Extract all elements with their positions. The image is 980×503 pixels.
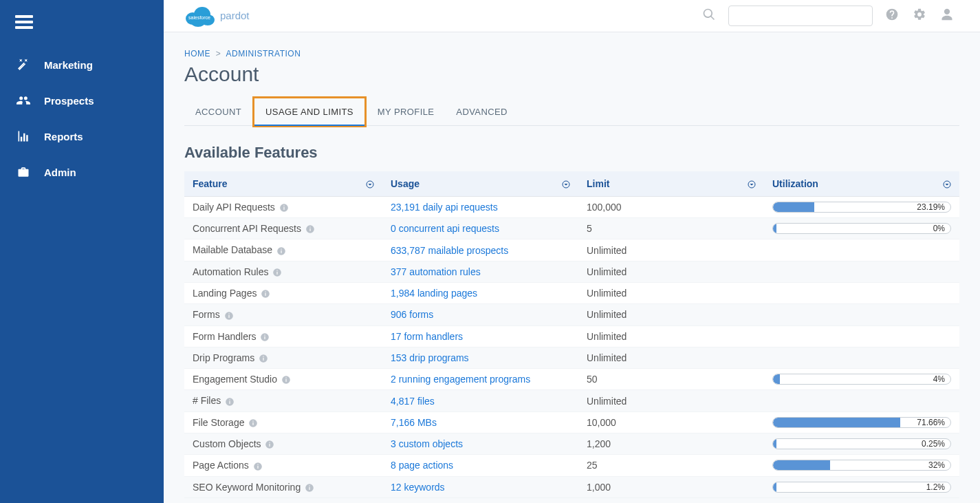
- info-icon[interactable]: [261, 289, 270, 299]
- svg-rect-44: [270, 442, 270, 443]
- usage-link[interactable]: 3 custom objects: [391, 438, 463, 449]
- hamburger-menu-icon[interactable]: [0, 15, 164, 47]
- tab-usage-and-limits[interactable]: USAGE AND LIMITS: [252, 96, 367, 127]
- usage-link[interactable]: 12 keywords: [391, 482, 445, 493]
- limit-cell: 50: [578, 369, 764, 390]
- svg-rect-46: [257, 465, 258, 468]
- sidebar-item-marketing[interactable]: Marketing: [0, 47, 164, 83]
- svg-rect-31: [263, 358, 264, 361]
- usage-link[interactable]: 23,191 daily api requests: [391, 202, 498, 213]
- utilization-label: 4%: [933, 374, 945, 384]
- info-icon[interactable]: [276, 246, 286, 256]
- svg-rect-22: [265, 293, 266, 296]
- gear-icon[interactable]: [913, 8, 926, 23]
- sort-icon[interactable]: [748, 178, 756, 189]
- svg-rect-10: [283, 207, 284, 210]
- breadcrumb-current[interactable]: ADMINISTRATION: [226, 49, 301, 58]
- svg-rect-25: [228, 314, 229, 317]
- feature-name: Drip Programs: [193, 352, 254, 363]
- feature-cell: Daily API Requests: [184, 196, 382, 217]
- usage-link[interactable]: 4,817 files: [391, 396, 435, 407]
- usage-link[interactable]: 17 form handlers: [391, 331, 463, 342]
- svg-rect-37: [230, 401, 230, 404]
- col-header-feature[interactable]: Feature: [184, 171, 382, 197]
- info-icon[interactable]: [225, 397, 235, 407]
- utilization-bar: 23.19%: [772, 202, 951, 213]
- info-icon[interactable]: [224, 311, 234, 321]
- help-icon[interactable]: [885, 8, 899, 23]
- tab-my-profile[interactable]: MY PROFILE: [367, 98, 446, 125]
- logo[interactable]: salesforce pardot: [183, 5, 250, 27]
- feature-cell: Automation Rules: [184, 261, 382, 282]
- usage-link[interactable]: 7,166 MBs: [391, 417, 437, 428]
- info-icon[interactable]: [260, 332, 270, 342]
- limit-cell: 5: [578, 218, 764, 239]
- usage-link[interactable]: 2 running engagement programs: [391, 374, 530, 385]
- sidebar-item-label: Admin: [44, 167, 76, 178]
- tab-account[interactable]: ACCOUNT: [184, 98, 252, 125]
- sort-icon[interactable]: [562, 178, 570, 189]
- breadcrumb-separator: >: [216, 49, 221, 58]
- feature-cell: SEO Keyword Monitoring: [184, 476, 382, 497]
- info-icon[interactable]: [272, 268, 282, 277]
- usage-link[interactable]: 906 forms: [391, 309, 433, 320]
- info-icon[interactable]: [281, 375, 291, 385]
- info-icon[interactable]: [279, 203, 289, 213]
- usage-cell: 377 automation rules: [382, 261, 578, 282]
- breadcrumb-home[interactable]: HOME: [184, 49, 210, 58]
- usage-link[interactable]: 153 drip programs: [391, 352, 469, 363]
- feature-name: File Storage: [193, 417, 244, 428]
- info-icon[interactable]: [305, 224, 315, 234]
- limit-cell: Unlimited: [578, 261, 764, 282]
- utilization-label: 32%: [928, 460, 945, 470]
- utilization-bar: 4%: [772, 374, 951, 385]
- col-header-limit[interactable]: Limit: [578, 171, 764, 197]
- info-icon[interactable]: [259, 354, 268, 363]
- sidebar-item-admin[interactable]: Admin: [0, 154, 164, 190]
- search-icon[interactable]: [702, 8, 716, 23]
- usage-link[interactable]: 633,787 mailable prospects: [391, 245, 508, 256]
- feature-name: Page Actions: [193, 460, 249, 471]
- info-icon[interactable]: [265, 440, 274, 449]
- usage-link[interactable]: 8 page actions: [391, 460, 453, 471]
- svg-rect-38: [230, 399, 230, 400]
- tabs: ACCOUNTUSAGE AND LIMITSMY PROFILEADVANCE…: [184, 98, 959, 126]
- utilization-cell: [764, 304, 959, 325]
- table-row: Mailable Database 633,787 mailable prosp…: [184, 239, 959, 261]
- search-input[interactable]: [728, 6, 873, 26]
- utilization-cell: [764, 261, 959, 282]
- col-header-usage[interactable]: Usage: [382, 171, 578, 197]
- utilization-cell: [764, 325, 959, 347]
- usage-link[interactable]: 377 automation rules: [391, 266, 481, 277]
- sidebar-item-prospects[interactable]: Prospects: [0, 83, 164, 118]
- sort-icon[interactable]: [366, 178, 374, 189]
- svg-text:salesforce: salesforce: [188, 15, 210, 20]
- utilization-label: 23.19%: [917, 202, 945, 212]
- utilization-cell: [764, 239, 959, 261]
- usage-cell: 0 concurrent api requests: [382, 218, 578, 239]
- feature-cell: File Storage: [184, 411, 382, 433]
- usage-link[interactable]: 0 concurrent api requests: [391, 223, 499, 234]
- info-icon[interactable]: [305, 483, 314, 493]
- svg-rect-41: [253, 421, 254, 422]
- usage-cell: 17 form handlers: [382, 325, 578, 347]
- utilization-cell: 0.25%: [764, 434, 959, 455]
- sort-icon[interactable]: [943, 178, 951, 189]
- sidebar-item-reports[interactable]: Reports: [0, 118, 164, 154]
- utilization-label: 0%: [933, 224, 945, 233]
- col-header-utilization[interactable]: Utilization: [764, 171, 959, 197]
- usage-link[interactable]: 1,984 landing pages: [391, 288, 477, 299]
- usage-cell: 23,191 daily api requests: [382, 196, 578, 217]
- limit-cell: Unlimited: [578, 282, 764, 303]
- table-row: Automation Rules 377 automation rulesUnl…: [184, 261, 959, 282]
- info-icon[interactable]: [253, 462, 263, 471]
- info-icon[interactable]: [248, 418, 258, 428]
- utilization-bar: 0%: [772, 223, 951, 234]
- utilization-cell: 32%: [764, 455, 959, 476]
- user-icon[interactable]: [940, 8, 954, 23]
- utilization-cell: 23.19%: [764, 196, 959, 217]
- limit-cell: 25: [578, 455, 764, 476]
- tab-advanced[interactable]: ADVANCED: [445, 98, 518, 125]
- svg-rect-34: [285, 379, 286, 382]
- section-title: Available Features: [184, 144, 959, 162]
